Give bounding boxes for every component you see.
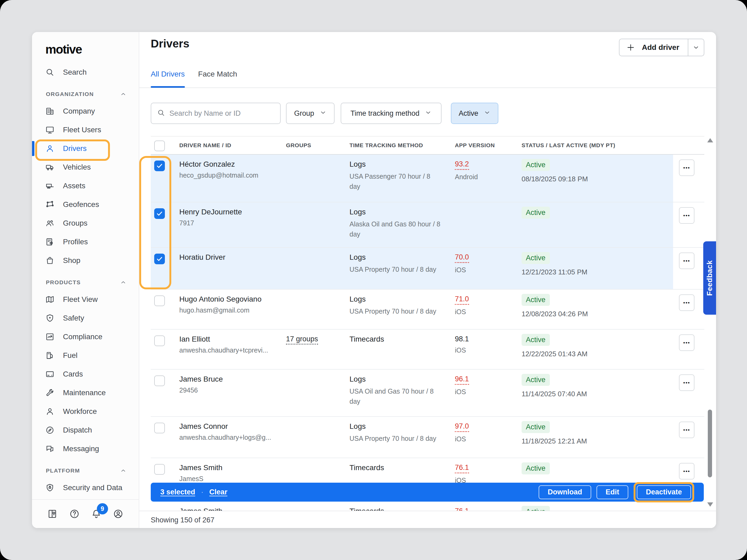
scrollbar-thumb[interactable] bbox=[708, 409, 712, 477]
table-row[interactable]: Horatiu DriverLogsUSA Property 70 hour /… bbox=[151, 248, 704, 290]
guide-icon[interactable] bbox=[47, 509, 58, 519]
table-row[interactable]: James SmithTimecards76.1Active bbox=[151, 502, 704, 511]
sidebar-item-fuel[interactable]: Fuel bbox=[32, 346, 139, 365]
sidebar-item-profiles[interactable]: Profiles bbox=[32, 233, 139, 251]
row-actions-menu-button[interactable]: ••• bbox=[679, 422, 694, 438]
sidebar-item-dispatch[interactable]: Dispatch bbox=[32, 421, 139, 439]
tab-all-drivers[interactable]: All Drivers bbox=[151, 70, 185, 78]
edit-button[interactable]: Edit bbox=[596, 485, 628, 499]
sidebar-item-vehicles[interactable]: Vehicles bbox=[32, 158, 139, 177]
table-row[interactable]: Hugo Antonio Segovianohugo.hasm@gmail.co… bbox=[151, 290, 704, 329]
row-checkbox[interactable] bbox=[154, 295, 165, 306]
sidebar-item-assets[interactable]: Assets bbox=[32, 177, 139, 195]
row-checkbox[interactable] bbox=[154, 423, 165, 433]
sidebar-item-cards[interactable]: Cards bbox=[32, 365, 139, 383]
driver-name[interactable]: James Smith bbox=[179, 463, 223, 472]
select-all-checkbox[interactable] bbox=[154, 140, 165, 151]
column-header-time-tracking[interactable]: TIME TRACKING METHOD bbox=[350, 142, 423, 149]
sidebar-section-platform[interactable]: PLATFORM bbox=[32, 463, 139, 478]
status-badge: Active bbox=[521, 294, 550, 306]
help-icon[interactable] bbox=[69, 509, 80, 519]
search-input[interactable] bbox=[170, 109, 274, 117]
app-version[interactable]: 70.0 bbox=[455, 253, 469, 263]
app-version[interactable]: 76.1 bbox=[455, 463, 469, 473]
sidebar-item-maintenance[interactable]: Maintenance bbox=[32, 383, 139, 402]
column-header-driver-name[interactable]: DRIVER NAME / ID bbox=[179, 142, 231, 149]
sidebar-item-workforce[interactable]: Workforce bbox=[32, 402, 139, 421]
table-row[interactable]: Ian Elliottanwesha.chaudhary+tcprevi...1… bbox=[151, 329, 704, 370]
search-field[interactable] bbox=[151, 103, 281, 124]
sidebar-item-search[interactable]: Search bbox=[32, 63, 139, 82]
column-header-status[interactable]: STATUS / LAST ACTIVE (MDY PT) bbox=[521, 142, 615, 149]
time-tracking-cell: Timecards bbox=[350, 507, 445, 511]
driver-name[interactable]: Héctor Gonzalez bbox=[179, 160, 258, 168]
feedback-tab[interactable]: Feedback bbox=[703, 241, 716, 315]
selected-count-link[interactable]: 3 selected bbox=[160, 488, 195, 496]
bell-icon[interactable]: 9 bbox=[91, 509, 102, 519]
sidebar-item-safety[interactable]: Safety bbox=[32, 309, 139, 327]
driver-name[interactable]: Henry DeJournette bbox=[179, 208, 242, 216]
driver-name[interactable]: James Bruce bbox=[179, 375, 223, 383]
group-filter-dropdown[interactable]: Group bbox=[286, 103, 335, 124]
row-actions-menu-button[interactable]: ••• bbox=[679, 463, 694, 479]
app-platform: iOS bbox=[455, 346, 469, 354]
app-version[interactable]: 71.0 bbox=[455, 295, 469, 305]
status-filter-dropdown[interactable]: Active bbox=[451, 103, 498, 124]
chevron-down-icon[interactable] bbox=[688, 44, 704, 51]
scroll-down-arrow[interactable] bbox=[707, 502, 713, 507]
row-checkbox[interactable] bbox=[154, 161, 165, 171]
table-row[interactable]: James Bruce29456LogsUSA Oil and Gas 70 h… bbox=[151, 370, 704, 417]
column-header-groups[interactable]: GROUPS bbox=[286, 142, 311, 149]
row-checkbox[interactable] bbox=[154, 464, 165, 475]
sidebar-item-messaging[interactable]: Messaging bbox=[32, 439, 139, 458]
row-actions-menu-button[interactable]: ••• bbox=[679, 294, 694, 311]
row-checkbox[interactable] bbox=[154, 336, 165, 346]
row-checkbox[interactable] bbox=[154, 208, 165, 219]
table-row[interactable]: Héctor Gonzalezheco_gsdup@hotmail.comLog… bbox=[151, 155, 704, 203]
avatar-icon[interactable] bbox=[113, 509, 124, 519]
sidebar-item-fleet-view[interactable]: Fleet View bbox=[32, 290, 139, 309]
app-version[interactable]: 93.2 bbox=[455, 160, 469, 170]
row-actions-menu-button[interactable]: ••• bbox=[679, 252, 694, 269]
tracking-rule: USA Passenger 70 hour / 8 day bbox=[350, 171, 442, 191]
table-row[interactable]: James Connoranwesha.chaudhary+logs@g...L… bbox=[151, 417, 704, 458]
sidebar-item-shop[interactable]: Shop bbox=[32, 251, 139, 270]
app-version[interactable]: 97.0 bbox=[455, 422, 469, 432]
sidebar-item-geofences[interactable]: Geofences bbox=[32, 195, 139, 214]
sidebar-item-drivers[interactable]: Drivers bbox=[32, 139, 139, 158]
row-checkbox[interactable] bbox=[154, 254, 165, 264]
sidebar-section-organization[interactable]: ORGANIZATION bbox=[32, 86, 139, 102]
driver-name[interactable]: James Connor bbox=[179, 422, 271, 431]
sidebar-item-compliance[interactable]: Compliance bbox=[32, 327, 139, 346]
driver-name[interactable]: Horatiu Driver bbox=[179, 253, 226, 262]
groups-link[interactable]: 17 groups bbox=[286, 335, 318, 345]
time-tracking-filter-dropdown[interactable]: Time tracking method bbox=[341, 103, 441, 124]
sidebar-item-security-and-data[interactable]: Security and Data bbox=[32, 478, 139, 497]
row-actions-menu-button[interactable]: ••• bbox=[679, 335, 694, 351]
driver-name[interactable]: Ian Elliott bbox=[179, 335, 268, 344]
driver-name[interactable]: Hugo Antonio Segoviano bbox=[179, 295, 261, 303]
sidebar-section-products[interactable]: PRODUCTS bbox=[32, 275, 139, 290]
download-button[interactable]: Download bbox=[539, 485, 591, 499]
row-actions-menu-button[interactable]: ••• bbox=[679, 159, 694, 176]
sidebar-item-company[interactable]: Company bbox=[32, 102, 139, 121]
sidebar-item-fleet-users[interactable]: Fleet Users bbox=[32, 121, 139, 139]
table-row[interactable]: Henry DeJournette7917LogsAlaska Oil and … bbox=[151, 203, 704, 248]
tab-face-match[interactable]: Face Match bbox=[198, 70, 237, 78]
clear-selection-link[interactable]: Clear bbox=[209, 488, 228, 496]
add-driver-button[interactable]: Add driver bbox=[619, 39, 704, 56]
deactivate-button[interactable]: Deactivate bbox=[637, 485, 691, 499]
driver-name[interactable]: James Smith bbox=[179, 507, 223, 511]
row-actions-menu-button[interactable]: ••• bbox=[679, 374, 694, 391]
app-version[interactable]: 76.1 bbox=[455, 507, 469, 511]
tabs-divider bbox=[139, 87, 716, 88]
scroll-up-arrow[interactable] bbox=[707, 138, 713, 142]
fuel-icon bbox=[45, 351, 54, 360]
app-version[interactable]: 96.1 bbox=[455, 375, 469, 385]
status-cell: Active bbox=[521, 207, 550, 219]
column-header-app-version[interactable]: APP VERSION bbox=[455, 142, 495, 149]
row-checkbox[interactable] bbox=[154, 375, 165, 386]
row-actions-menu-button[interactable]: ••• bbox=[679, 207, 694, 224]
sidebar-item-groups[interactable]: Groups bbox=[32, 214, 139, 233]
app-platform: iOS bbox=[455, 266, 469, 274]
